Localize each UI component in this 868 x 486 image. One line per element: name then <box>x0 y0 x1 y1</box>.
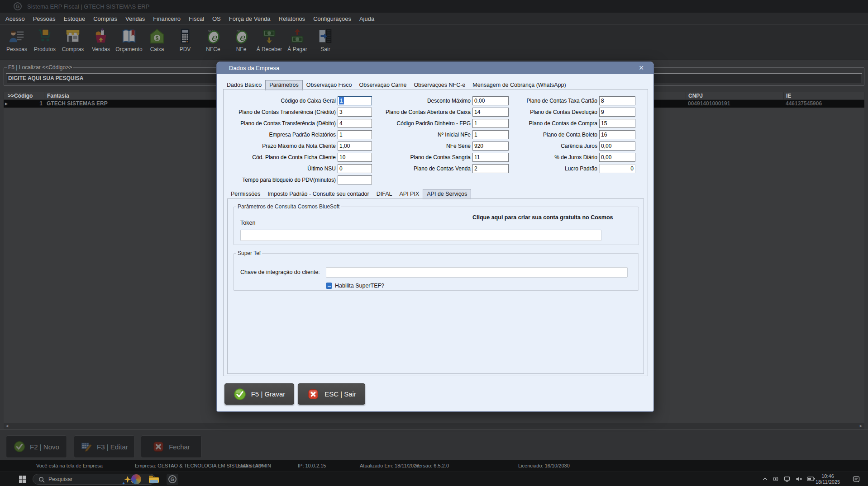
parametros-panel: Código do Caixa Geral 1 Plano de Contas … <box>223 89 648 376</box>
screen: G Sistema ERP Fiscal | GTECH SISTEMAS ER… <box>0 0 868 486</box>
plano-taxa-cartao-input[interactable] <box>599 96 635 105</box>
store-icon <box>64 28 81 45</box>
tray-network-icon[interactable] <box>783 476 791 482</box>
toolbar-pessoas[interactable]: Pessoas <box>3 25 31 60</box>
status-ip: IP: 10.0.2.15 <box>298 463 326 468</box>
status-versao: Versão: 6.5.2.0 <box>415 463 449 468</box>
f5-gravar-label: F5 | Gravar <box>251 390 286 398</box>
menu-financeiro[interactable]: Financeiro <box>149 15 185 22</box>
toolbar-caixa[interactable]: $ Caixa <box>143 25 171 60</box>
tray-volume-muted-icon[interactable] <box>795 476 802 482</box>
toolbar-label: Á Receber <box>255 46 283 52</box>
window-title: Sistema ERP Fiscal | GTECH SISTEMAS ERP <box>27 3 149 10</box>
dialog-close-icon[interactable]: ✕ <box>635 62 647 74</box>
subtab-permissoes[interactable]: Permissões <box>227 189 264 199</box>
toolbar-nfce[interactable]: NFCe NFCe <box>199 25 227 60</box>
app-logo-icon: G <box>14 2 22 10</box>
dialog-titlebar[interactable]: Dados da Empresa <box>217 62 653 74</box>
subtab-difal[interactable]: DIFAL <box>373 189 396 199</box>
ultimo-nsu-input[interactable] <box>338 164 372 173</box>
menu-ajuda[interactable]: Ajuda <box>355 15 378 22</box>
grid-header-fantasia[interactable]: Fantasia <box>47 93 69 99</box>
taskbar-app-erp[interactable]: G <box>167 474 178 485</box>
subtab-api-de-servicos[interactable]: API de Serviços <box>423 189 471 199</box>
grid-header-codigo[interactable]: >>Código <box>8 93 33 99</box>
menu-estoque[interactable]: Estoque <box>60 15 90 22</box>
subtab-api-pix[interactable]: API PIX <box>396 189 423 199</box>
toolbar: Pessoas Produtos Compras Vendas Orçament… <box>0 24 868 60</box>
cod-plano-conta-ficha-cliente-input[interactable] <box>338 153 372 162</box>
horizontal-scrollbar[interactable]: ◄ ► <box>4 423 864 429</box>
toolbar-sair[interactable]: Sair <box>311 25 339 60</box>
check-circle-icon <box>14 441 25 453</box>
f5-gravar-button[interactable]: F5 | Gravar <box>224 383 294 405</box>
juros-diario-input[interactable] <box>599 153 635 162</box>
f2-novo-button[interactable]: F2 | Novo <box>6 435 67 458</box>
toolbar-pdv[interactable]: PDV <box>171 25 199 60</box>
toolbar-orcamento[interactable]: Orçamento <box>115 25 143 60</box>
scroll-left-icon[interactable]: ◄ <box>5 424 9 428</box>
menu-forca-de-venda[interactable]: Força de Venda <box>225 15 275 22</box>
toolbar-label: Produtos <box>31 46 59 52</box>
toolbar-a-receber[interactable]: Á Receber <box>255 25 283 60</box>
tray-capture-icon[interactable] <box>773 476 779 482</box>
menu-acesso[interactable]: Acesso <box>1 15 29 22</box>
menu-configuracoes[interactable]: Configurações <box>309 15 355 22</box>
tempo-bloqueio-pdv-input[interactable] <box>338 175 372 184</box>
prazo-maximo-nota-cliente-input[interactable] <box>338 142 372 151</box>
menu-vendas[interactable]: Vendas <box>121 15 149 22</box>
fields-column-1: Código do Caixa Geral 1 Plano de Contas … <box>226 96 372 184</box>
toolbar-label: Compras <box>59 46 87 52</box>
plano-boleto-input[interactable] <box>599 130 635 139</box>
menu-fiscal[interactable]: Fiscal <box>185 15 208 22</box>
token-input[interactable] <box>240 230 601 241</box>
codigo-caixa-geral-input[interactable]: 1 <box>338 96 372 105</box>
toolbar-nfe[interactable]: NFe NFe <box>227 25 255 60</box>
esc-sair-button[interactable]: ESC | Sair <box>298 383 365 405</box>
file-explorer-icon[interactable] <box>148 475 159 484</box>
tray-chevron-up-icon[interactable] <box>762 476 768 482</box>
status-atualizado: Atualizado Em: 18/11/2025 <box>360 463 419 468</box>
toolbar-a-pagar[interactable]: Á Pagar <box>283 25 311 60</box>
field-label: Plano de Contas de Compra <box>500 120 599 127</box>
grid-header-ie[interactable]: IE <box>786 93 791 99</box>
carencia-juros-input[interactable] <box>599 142 635 151</box>
f3-editar-button[interactable]: F3 | Editar <box>74 435 135 458</box>
chave-integracao-input[interactable] <box>326 267 628 278</box>
toolbar-compras[interactable]: Compras <box>59 25 87 60</box>
plano-compra-input[interactable] <box>599 119 635 128</box>
cosmos-signup-link[interactable]: Clique aqui para criar sua conta gratuit… <box>472 214 613 221</box>
scroll-right-icon[interactable]: ► <box>859 424 863 428</box>
fields-column-3: Plano de Contas Taxa Cartão Plano de Con… <box>500 96 635 173</box>
exit-icon <box>317 28 334 45</box>
taskbar-clock[interactable]: 10:46 18/11/2025 <box>810 473 845 485</box>
cosmos-groupbox: Parâmetros de Consulta Cosmos BlueSoft T… <box>233 203 639 245</box>
f3-editar-label: F3 | Editar <box>97 443 128 451</box>
menu-compras[interactable]: Compras <box>89 15 121 22</box>
menu-relatorios[interactable]: Relatórios <box>275 15 310 22</box>
lucro-padrao-input[interactable] <box>599 164 635 173</box>
subtab-imposto-padrao[interactable]: Imposto Padrão - Consulte seu contador <box>264 189 372 199</box>
plano-transferencia-debito-input[interactable] <box>338 119 372 128</box>
row-indicator-icon: ▸ <box>5 100 8 107</box>
close-red-icon <box>153 441 164 453</box>
copilot-icon[interactable] <box>131 474 141 484</box>
menu-pessoas[interactable]: Pessoas <box>29 15 60 22</box>
fechar-button[interactable]: Fechar <box>141 435 202 458</box>
toolbar-label: NFe <box>227 46 255 52</box>
empresa-padrao-relatorios-input[interactable] <box>338 130 372 139</box>
toolbar-vendas[interactable]: Vendas <box>87 25 115 60</box>
plano-devolucao-input[interactable] <box>599 108 635 117</box>
locate-legend: F5 | Localizar <<Código>> <box>7 64 73 71</box>
toolbar-produtos[interactable]: Produtos <box>31 25 59 60</box>
habilita-supertef-row: Habilita SuperTEF? <box>326 283 384 289</box>
field-label: Cód. Plano de Conta Ficha Cliente <box>226 154 338 160</box>
habilita-supertef-checkbox[interactable] <box>326 283 332 289</box>
money-in-icon <box>261 28 278 45</box>
start-button[interactable] <box>19 476 26 483</box>
grid-header-cnpj[interactable]: CNPJ <box>688 93 703 99</box>
field-label: NFe Série <box>373 143 472 149</box>
menu-os[interactable]: OS <box>208 15 225 22</box>
notification-center-icon[interactable] <box>853 476 860 482</box>
plano-transferencia-credito-input[interactable] <box>338 108 372 117</box>
